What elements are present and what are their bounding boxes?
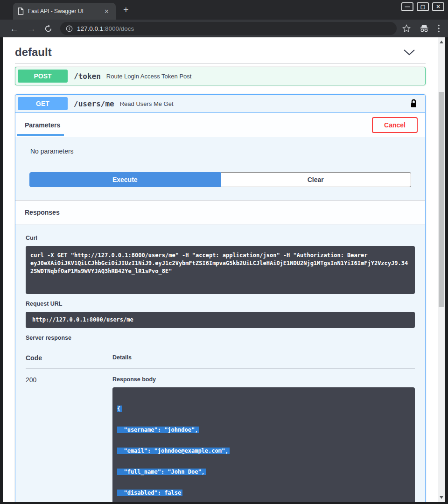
incognito-icon — [419, 24, 429, 33]
server-response-label: Server response — [26, 335, 415, 341]
opblock-get-header[interactable]: GET /users/me Read Users Me Get — [15, 95, 425, 113]
window-controls: — ▢ ✕ — [401, 2, 444, 11]
site-info-icon[interactable] — [66, 25, 73, 32]
page-favicon-icon — [18, 7, 24, 15]
method-badge-get: GET — [18, 97, 68, 110]
responses-section-title: Responses — [25, 209, 60, 216]
lock-icon — [410, 99, 417, 108]
chevron-down-icon[interactable] — [403, 49, 415, 56]
responses-section-header: Responses — [15, 200, 425, 224]
browser-titlebar: Fast API - Swagger UI ✕ + — ▢ ✕ — [0, 0, 448, 20]
reload-icon[interactable] — [44, 25, 52, 33]
clear-button[interactable]: Clear — [221, 172, 412, 187]
tab-close-icon[interactable]: ✕ — [102, 8, 111, 15]
new-tab-button[interactable]: + — [123, 3, 129, 17]
back-icon[interactable]: ← — [10, 24, 19, 33]
op-summary-users-me: Read Users Me Get — [120, 100, 174, 107]
browser-toolbar: ← → 127.0.0.1:8000/docs — [0, 20, 448, 37]
url-path: :8000/docs — [103, 25, 134, 32]
curl-command-block[interactable]: curl -X GET "http://127.0.0.1:8000/users… — [26, 246, 415, 294]
scrollbar-thumb[interactable] — [439, 92, 444, 307]
tag-section-header[interactable]: default — [15, 37, 426, 63]
json-line: "full_name": "John Doe", — [117, 469, 410, 476]
section-divider — [15, 63, 426, 64]
response-body-block[interactable]: { "username": "johndoe", "email": "johnd… — [112, 387, 415, 502]
bookmark-star-icon[interactable] — [402, 24, 411, 33]
op-path-token: /token — [74, 72, 101, 81]
page-scrollbar[interactable] — [438, 37, 445, 502]
details-column-header: Details — [112, 354, 415, 362]
op-path-users-me: /users/me — [74, 99, 114, 108]
minimize-button[interactable]: — — [401, 2, 413, 11]
active-tab-underline — [17, 134, 64, 136]
json-line: "username": "johndoe", — [117, 427, 410, 434]
tab-parameters[interactable]: Parameters — [25, 121, 60, 129]
curl-label: Curl — [26, 235, 415, 241]
response-body-label: Response body — [112, 376, 415, 383]
method-badge-post: POST — [18, 70, 68, 83]
json-line: "email": "johndoe@example.com", — [117, 448, 410, 455]
no-parameters-text: No parameters — [15, 137, 425, 155]
close-button[interactable]: ✕ — [432, 2, 444, 11]
json-line: { — [117, 406, 410, 413]
browser-menu-icon[interactable] — [438, 24, 440, 33]
server-response-row: 200 Response body { "username": "johndoe… — [26, 369, 415, 502]
op-summary-token: Route Login Access Token Post — [106, 73, 192, 80]
cancel-button[interactable]: Cancel — [372, 117, 418, 133]
forward-icon: → — [27, 24, 36, 33]
code-column-header: Code — [26, 354, 112, 362]
auth-lock-button[interactable] — [410, 99, 417, 108]
request-url-value: http://127.0.0.1:8000/users/me — [26, 312, 415, 328]
browser-window: Fast API - Swagger UI ✕ + — ▢ ✕ ← → 127.… — [0, 0, 448, 504]
status-code: 200 — [26, 376, 112, 502]
tag-title: default — [15, 46, 52, 59]
scroll-up-icon[interactable] — [440, 41, 443, 43]
opblock-post-token[interactable]: POST /token Route Login Access Token Pos… — [15, 67, 426, 85]
address-bar[interactable]: 127.0.0.1:8000/docs — [60, 22, 397, 35]
tab-title: Fast API - Swagger UI — [28, 8, 102, 14]
browser-viewport: default POST /token Route Login Access T… — [0, 37, 448, 502]
toolbar-right — [402, 24, 440, 33]
execute-button[interactable]: Execute — [29, 172, 221, 187]
server-response-table-header: Code Details — [26, 346, 415, 369]
execute-row: Execute Clear — [29, 172, 411, 187]
swagger-page: default POST /token Route Login Access T… — [3, 37, 438, 502]
responses-body: Curl curl -X GET "http://127.0.0.1:8000/… — [15, 224, 425, 502]
url-host: 127.0.0.1 — [77, 25, 103, 32]
opblock-get-users-me: GET /users/me Read Users Me Get Paramete… — [15, 94, 426, 502]
maximize-button[interactable]: ▢ — [417, 2, 429, 11]
request-url-label: Request URL — [26, 301, 415, 307]
browser-tab[interactable]: Fast API - Swagger UI ✕ — [13, 3, 116, 20]
parameters-header: Parameters Cancel — [15, 113, 425, 137]
scroll-down-icon[interactable] — [440, 496, 443, 499]
json-line: "disabled": false — [117, 490, 410, 497]
